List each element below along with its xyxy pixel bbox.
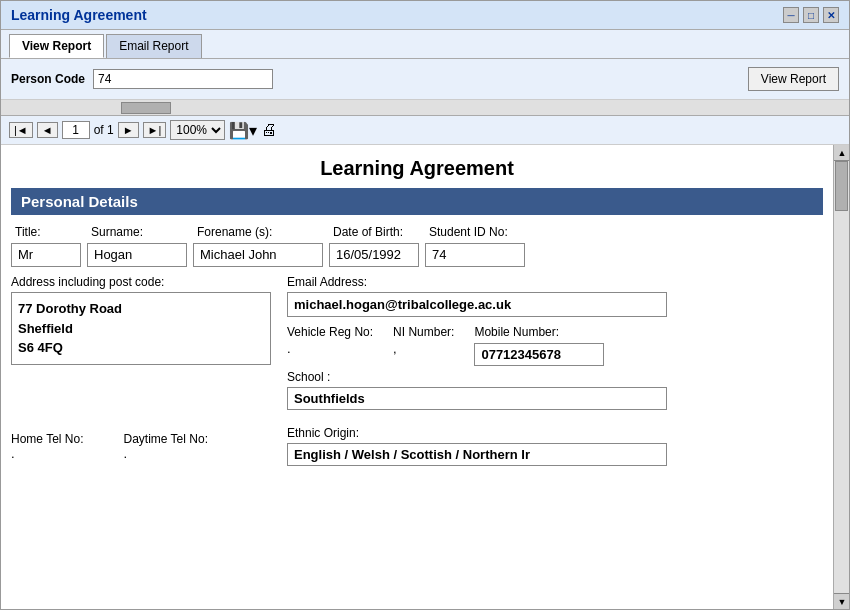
scroll-thumb — [835, 161, 848, 211]
daytime-tel-label: Daytime Tel No: — [123, 432, 207, 446]
mobile-value: 07712345678 — [474, 343, 604, 366]
address-section: Address including post code: 77 Dorothy … — [11, 275, 823, 418]
content-scroll[interactable]: Learning Agreement Personal Details Titl… — [1, 145, 833, 609]
surname-value: Hogan — [87, 243, 187, 267]
ni-number-value: , — [393, 339, 454, 358]
window-title: Learning Agreement — [11, 7, 147, 23]
page-of-label: of 1 — [94, 123, 114, 137]
maximize-button[interactable]: □ — [803, 7, 819, 23]
report-content: Learning Agreement Personal Details Titl… — [1, 145, 833, 480]
last-page-button[interactable]: ►| — [143, 122, 167, 138]
ethnic-label: Ethnic Origin: — [287, 426, 823, 440]
title-value: Mr — [11, 243, 81, 267]
ni-number-col: NI Number: , — [393, 325, 454, 358]
export-icon[interactable]: 💾▾ — [229, 121, 257, 140]
toolbar-left: Person Code — [11, 69, 273, 89]
home-tel-row: Home Tel No: . Daytime Tel No: . — [11, 432, 271, 461]
report-title: Learning Agreement — [1, 145, 833, 188]
vertical-scrollbar[interactable]: ▲ ▼ — [833, 145, 849, 609]
scroll-track — [834, 161, 849, 593]
tab-view-report[interactable]: View Report — [9, 34, 104, 58]
prev-page-button[interactable]: ◄ — [37, 122, 58, 138]
minimize-button[interactable]: ─ — [783, 7, 799, 23]
print-icon[interactable]: 🖨 — [261, 121, 277, 139]
personal-details-section: Personal Details Title: Surname: Forenam… — [1, 188, 833, 470]
next-page-button[interactable]: ► — [118, 122, 139, 138]
mobile-label: Mobile Number: — [474, 325, 604, 339]
nav-bar: |◄ ◄ of 1 ► ►| 50% 75% 100% 125% 150% 💾▾… — [1, 116, 849, 145]
vehicle-row: Vehicle Reg No: . NI Number: , Mobile Nu… — [287, 325, 823, 366]
dob-label: Date of Birth: — [329, 223, 419, 241]
email-label: Email Address: — [287, 275, 823, 289]
address-label: Address including post code: — [11, 275, 271, 289]
tabs-bar: View Report Email Report — [1, 30, 849, 59]
vehicle-reg-label: Vehicle Reg No: — [287, 325, 373, 339]
home-tel-col: Home Tel No: . — [11, 432, 83, 461]
page-number-input[interactable] — [62, 121, 90, 139]
ethnic-value: English / Welsh / Scottish / Northern Ir — [287, 443, 667, 466]
daytime-tel-value: . — [123, 446, 207, 461]
student-id-label: Student ID No: — [425, 223, 525, 241]
scroll-down-button[interactable]: ▼ — [834, 593, 849, 609]
bottom-row: Home Tel No: . Daytime Tel No: . Ethnic — [11, 426, 823, 470]
field-labels-row: Title: Surname: Forename (s): Date of Bi… — [11, 223, 823, 241]
vehicle-reg-value: . — [287, 339, 373, 358]
address-value: 77 Dorothy RoadSheffieldS6 4FQ — [11, 292, 271, 365]
person-code-label: Person Code — [11, 72, 85, 86]
title-bar: Learning Agreement ─ □ ✕ — [1, 1, 849, 30]
address-col: Address including post code: 77 Dorothy … — [11, 275, 271, 418]
main-window: Learning Agreement ─ □ ✕ View Report Ema… — [0, 0, 850, 610]
main-area: Learning Agreement Personal Details Titl… — [1, 145, 849, 609]
horizontal-scrollbar-thumb — [121, 102, 171, 114]
daytime-tel-col: Daytime Tel No: . — [123, 432, 207, 461]
surname-label: Surname: — [87, 223, 187, 241]
first-page-button[interactable]: |◄ — [9, 122, 33, 138]
mobile-col: Mobile Number: 07712345678 — [474, 325, 604, 366]
field-values-row: Mr Hogan Michael John 16/05/1992 74 — [11, 243, 823, 267]
forename-value: Michael John — [193, 243, 323, 267]
ethnic-col: Ethnic Origin: English / Welsh / Scottis… — [287, 426, 823, 470]
forename-label: Forename (s): — [193, 223, 323, 241]
home-tel-label: Home Tel No: — [11, 432, 83, 446]
scroll-up-button[interactable]: ▲ — [834, 145, 849, 161]
tel-section: Home Tel No: . Daytime Tel No: . — [11, 426, 271, 470]
view-report-button[interactable]: View Report — [748, 67, 839, 91]
person-code-input[interactable] — [93, 69, 273, 89]
window-controls: ─ □ ✕ — [783, 7, 839, 23]
title-label: Title: — [11, 223, 81, 241]
school-value: Southfields — [287, 387, 667, 410]
ni-number-label: NI Number: — [393, 325, 454, 339]
dob-value: 16/05/1992 — [329, 243, 419, 267]
tab-email-report[interactable]: Email Report — [106, 34, 201, 58]
close-button[interactable]: ✕ — [823, 7, 839, 23]
horizontal-scrollbar[interactable] — [1, 100, 849, 116]
home-tel-value: . — [11, 446, 83, 461]
student-id-value: 74 — [425, 243, 525, 267]
vehicle-reg-col: Vehicle Reg No: . — [287, 325, 373, 358]
toolbar: Person Code View Report — [1, 59, 849, 100]
email-value: michael.hogan@tribalcollege.ac.uk — [287, 292, 667, 317]
details-col: Email Address: michael.hogan@tribalcolle… — [287, 275, 823, 418]
section-header-personal: Personal Details — [11, 188, 823, 215]
zoom-select[interactable]: 50% 75% 100% 125% 150% — [170, 120, 225, 140]
school-label: School : — [287, 370, 823, 384]
